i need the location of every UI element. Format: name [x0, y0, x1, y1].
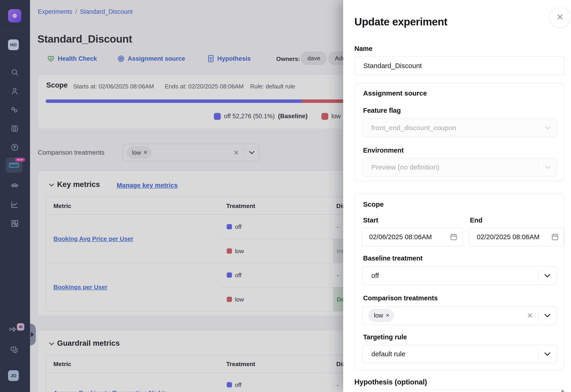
feature-flags-icon[interactable]: [10, 105, 19, 114]
feature-flag-label: Feature flag: [363, 107, 401, 114]
statsig-logo-icon[interactable]: [8, 9, 21, 22]
user-avatar[interactable]: JO: [8, 370, 19, 381]
chevron-down-icon[interactable]: [544, 314, 551, 318]
chevron-down-icon[interactable]: [544, 352, 551, 356]
health-check-label: Health Check: [58, 55, 97, 62]
remove-chip-icon[interactable]: ✕: [143, 150, 147, 155]
update-experiment-drawer: ✕ Update experiment Name Assignment sour…: [343, 0, 571, 392]
scope-starts-at: Starts at: 02/06/2025 08:06AM: [73, 83, 154, 90]
select-divider: [538, 270, 539, 281]
owner-chip-dave[interactable]: dave: [301, 52, 327, 65]
hypothesis-textarea[interactable]: [354, 390, 565, 392]
start-label: Start: [363, 216, 378, 224]
users-group-icon[interactable]: [10, 182, 19, 190]
baseline-treatment-value: off: [371, 272, 379, 280]
assignment-source-label: Assignment source: [128, 55, 185, 62]
end-date-input[interactable]: 02/20/2025 08:06AM: [469, 227, 564, 246]
start-date-input[interactable]: 02/06/2025 08:06AM: [361, 227, 463, 246]
chip-label: low: [374, 312, 383, 319]
assignment-source-link[interactable]: Assignment source: [117, 55, 185, 63]
close-icon: ✕: [556, 12, 564, 22]
treatment-swatch: [227, 248, 232, 254]
allocation-legend: off 52,276 (50.1%) (Baseline) low: [214, 113, 341, 120]
column-treatment: Treatment: [226, 203, 255, 210]
search-icon[interactable]: [10, 68, 19, 77]
key-metrics-title: Key metrics: [57, 180, 100, 189]
collapse-chevron-icon[interactable]: [49, 183, 54, 187]
treatment-name: low: [235, 248, 244, 255]
assignment-source-title: Assignment source: [363, 89, 427, 97]
legend-baseline-tag: (Baseline): [278, 113, 308, 120]
breadcrumb-experiments[interactable]: Experiments: [38, 8, 72, 15]
treatment-swatch: [227, 382, 232, 387]
name-label: Name: [354, 45, 372, 53]
workspace-avatar[interactable]: HO: [8, 39, 19, 50]
remove-chip-icon[interactable]: ✕: [385, 312, 390, 319]
select-divider: [538, 310, 539, 321]
chevron-down-icon: [545, 126, 551, 130]
hypothesis-label: Hypothesis: [217, 55, 251, 62]
scope-card-title: Scope: [46, 81, 68, 89]
scope-section-title: Scope: [363, 200, 384, 208]
dashboard-grid-icon[interactable]: [10, 219, 19, 228]
close-button[interactable]: ✕: [549, 6, 571, 28]
start-date-value: 02/06/2025 08:06AM: [369, 233, 432, 241]
comparison-treatments-select[interactable]: low ✕ ✕: [362, 306, 557, 325]
chevron-down-icon: [545, 165, 551, 169]
select-divider: [244, 147, 244, 158]
line-chart-icon[interactable]: [10, 200, 19, 209]
targeting-rule-value: default rule: [371, 350, 405, 358]
owners-label: Owners:: [276, 56, 300, 63]
assignment-source-section: Assignment source Feature flag front_end…: [354, 83, 564, 181]
page-title: Standard_Discount: [37, 33, 132, 45]
end-date-value: 02/20/2025 08:06AM: [477, 233, 540, 241]
help-chat-icon[interactable]: ?: [10, 346, 18, 354]
feature-flag-value: front_end_discount_coupon: [371, 124, 456, 132]
clear-select-icon[interactable]: ✕: [233, 149, 239, 157]
comparison-treatments-select[interactable]: low ✕ ✕: [123, 144, 259, 161]
select-divider: [539, 162, 539, 172]
environment-value: Preview (no definition): [371, 163, 439, 171]
guardrail-metrics-title: Guardrail metrics: [57, 339, 120, 348]
edit-pencil-icon: ✎: [561, 389, 566, 392]
ai-sparkle-icon[interactable]: [9, 325, 17, 334]
pulse-flag-icon[interactable]: [10, 143, 19, 152]
treatment-chip-low[interactable]: low ✕: [369, 309, 394, 322]
name-input[interactable]: [354, 56, 564, 75]
chevron-down-icon[interactable]: [544, 274, 551, 278]
breadcrumb-current[interactable]: Standard_Discount: [80, 8, 133, 15]
column-treatment: Treatment: [226, 361, 255, 368]
select-divider: [539, 123, 539, 133]
sidebar-divider: [0, 364, 30, 365]
columns-icon[interactable]: [10, 124, 19, 133]
allocation-segment-off: [46, 99, 302, 103]
feature-flag-select[interactable]: front_end_discount_coupon: [362, 119, 557, 137]
legend-text-off: off 52,276 (50.1%): [224, 113, 275, 120]
treatment-swatch: [227, 297, 232, 302]
treatment-swatch: [227, 224, 232, 229]
manage-key-metrics-link[interactable]: Manage key metrics: [117, 182, 178, 189]
sidebar-divider: [0, 32, 30, 32]
calendar-icon: [551, 233, 559, 241]
user-icon[interactable]: [10, 87, 19, 95]
baseline-treatment-label: Baseline treatment: [363, 254, 423, 262]
direction-value: -: [337, 223, 339, 230]
environment-select[interactable]: Preview (no definition): [362, 158, 557, 176]
sidebar-divider: [0, 57, 30, 57]
clear-select-icon[interactable]: ✕: [527, 312, 533, 320]
baseline-treatment-select[interactable]: off: [362, 266, 557, 285]
health-check-link[interactable]: Health Check: [47, 55, 97, 63]
hypothesis-link[interactable]: Hypothesis: [207, 55, 251, 63]
treatment-chip-low[interactable]: low ✕: [127, 147, 151, 158]
breadcrumb-separator: /: [75, 8, 77, 15]
treatment-name: off: [235, 223, 241, 230]
treatment-name: off: [235, 381, 241, 389]
targeting-rule-select[interactable]: default rule: [362, 345, 557, 363]
scope-ends-at: Ends at: 02/20/2025 08:06AM: [165, 83, 244, 90]
collapse-chevron-icon[interactable]: [49, 342, 54, 346]
hypothesis-optional-label: Hypothesis (optional): [354, 378, 427, 386]
chevron-down-icon[interactable]: [249, 151, 255, 154]
environment-label: Environment: [363, 147, 404, 154]
app-screen: HO NEW: [0, 0, 571, 392]
treatment-swatch: [227, 272, 232, 278]
